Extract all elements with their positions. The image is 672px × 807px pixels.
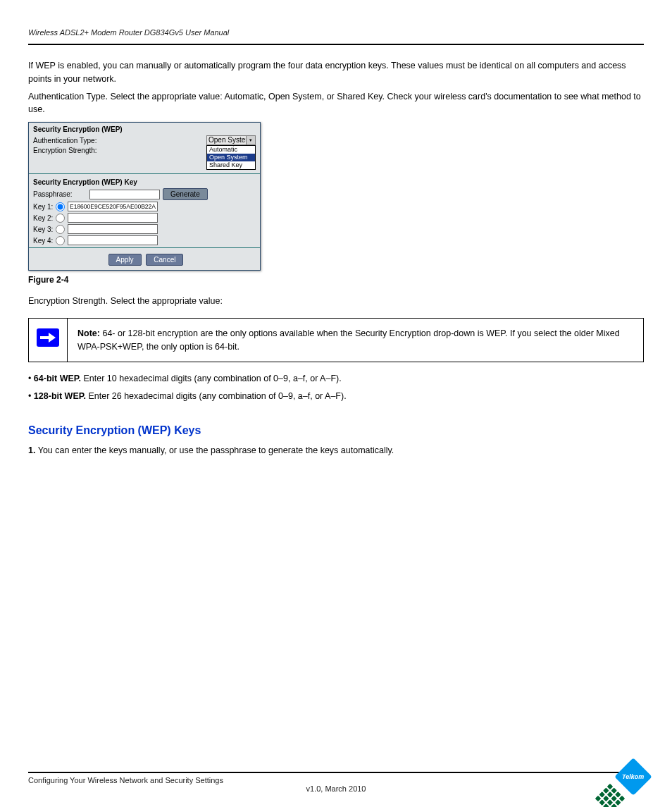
bullet-bold: 64-bit WEP.	[34, 374, 81, 383]
auth-type-label: Authentication Type:	[33, 137, 118, 144]
key1-radio[interactable]	[56, 202, 65, 211]
auth-type-dropdown: Automatic Open System Shared Key	[206, 145, 256, 170]
key2-input[interactable]	[68, 213, 158, 223]
key4-radio[interactable]	[56, 236, 65, 245]
auth-type-select-value: Open System	[209, 136, 251, 144]
auth-option[interactable]: Shared Key	[207, 161, 255, 169]
key1-input[interactable]	[68, 202, 158, 211]
generate-button[interactable]: Generate	[163, 188, 208, 200]
footer-divider	[28, 772, 644, 773]
step1: 1. You can enter the keys manually, or u…	[28, 444, 644, 457]
bullet: • 64-bit WEP. Enter 10 hexadecimal digit…	[28, 372, 644, 386]
auth-option[interactable]: Open System	[207, 154, 255, 161]
key-label: Key 3:	[33, 226, 56, 233]
step1-text: You can enter the keys manually, or use …	[38, 445, 394, 455]
bullet-bold: 128-bit WEP.	[34, 391, 86, 401]
key4-input[interactable]	[68, 235, 158, 245]
key2-radio[interactable]	[56, 214, 65, 223]
panel-divider	[29, 173, 260, 174]
note-icon-cell	[29, 319, 68, 362]
key-label: Key 1:	[33, 203, 56, 211]
auth-option[interactable]: Automatic	[207, 146, 255, 154]
chevron-down-icon: ▾	[246, 136, 255, 144]
note-box: Note: 64- or 128-bit encryption are the …	[28, 318, 644, 363]
note-prefix: Note:	[77, 328, 100, 338]
telkom-logo: Telkom	[595, 758, 651, 807]
key3-radio[interactable]	[56, 225, 65, 234]
header-divider	[28, 44, 644, 45]
bullet-rest: Enter 26 hexadecimal digits (any combina…	[86, 391, 347, 401]
panel-divider	[29, 247, 260, 248]
enc-strength-label: Encryption Strength:	[33, 147, 118, 154]
key-label: Key 2:	[33, 214, 56, 222]
footer-version: v1.0, March 2010	[28, 784, 644, 793]
key3-input[interactable]	[68, 224, 158, 234]
wep-config-panel: Security Encryption (WEP) Authentication…	[28, 122, 261, 271]
apply-button[interactable]: Apply	[108, 254, 142, 266]
bullet-rest: Enter 10 hexadecimal digits (any combina…	[81, 374, 342, 383]
footer-left: Configuring Your Wireless Network and Se…	[28, 776, 223, 784]
panel-section1-title: Security Encryption (WEP)	[29, 123, 260, 135]
logo-dots-icon	[594, 782, 626, 807]
arrow-right-icon	[37, 328, 59, 347]
bullet: • 128-bit WEP. Enter 26 hexadecimal digi…	[28, 390, 644, 403]
auth-type-select[interactable]: Open System ▾	[206, 135, 256, 145]
logo-text: Telkom	[622, 773, 644, 780]
cancel-button[interactable]: Cancel	[146, 254, 183, 266]
passphrase-label: Passphrase:	[33, 190, 89, 198]
key-label: Key 4:	[33, 237, 56, 245]
enc-strength-text: Encryption Strength. Select the appropri…	[28, 295, 644, 308]
header-left: Wireless ADSL2+ Modem Router DG834Gv5 Us…	[28, 28, 229, 37]
figure-caption: Figure 2-4	[28, 275, 644, 285]
wep-keys-heading: Security Encryption (WEP) Keys	[28, 424, 644, 437]
intro-paragraph-1: If WEP is enabled, you can manually or a…	[28, 59, 644, 86]
note-body: Note: 64- or 128-bit encryption are the …	[68, 319, 643, 362]
note-text: 64- or 128-bit encryption are the only o…	[77, 328, 620, 352]
intro-paragraph-2: Authentication Type. Select the appropri…	[28, 90, 644, 117]
panel-section2-title: Security Encryption (WEP) Key	[29, 175, 260, 187]
logo-diamond-icon: Telkom	[614, 758, 652, 796]
step1-num: 1.	[28, 445, 35, 455]
passphrase-input[interactable]	[89, 190, 160, 199]
